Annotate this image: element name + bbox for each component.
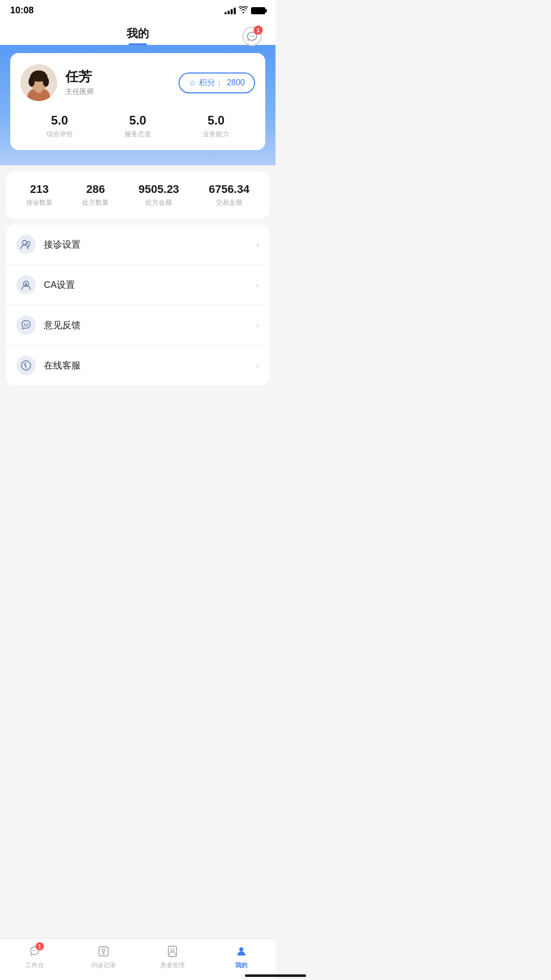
points-star-icon: ☆ (189, 78, 196, 88)
stat-consultations: 213 接诊数量 (26, 183, 53, 207)
stat-transaction-amount-label: 交易金额 (209, 198, 249, 207)
rating-skill-value: 5.0 (203, 113, 229, 128)
title-underline (129, 43, 147, 45)
stats-card: 213 接诊数量 286 处方数量 9505.23 处方金额 6756.34 交… (6, 172, 269, 218)
menu-item-customer-service[interactable]: 在线客服 › (6, 346, 269, 385)
svg-point-15 (24, 323, 26, 324)
svg-point-14 (25, 283, 27, 285)
rating-service: 5.0 服务态度 (124, 113, 151, 139)
rating-service-label: 服务态度 (124, 130, 151, 139)
feedback-icon (16, 315, 36, 335)
ca-settings-arrow: › (256, 280, 259, 290)
svg-point-8 (29, 77, 35, 87)
stat-consultations-label: 接诊数量 (26, 198, 53, 207)
menu-item-feedback[interactable]: 意见反馈 › (6, 305, 269, 346)
status-time: 10:08 (10, 5, 34, 16)
svg-point-9 (43, 77, 49, 87)
consultation-settings-icon (16, 235, 36, 254)
rating-overall-value: 5.0 (46, 113, 73, 128)
stat-prescriptions-value: 286 (82, 183, 109, 196)
feedback-label: 意见反馈 (44, 319, 256, 331)
status-bar: 10:08 (0, 0, 276, 19)
stat-consultations-value: 213 (26, 183, 53, 196)
user-role: 主任医师 (65, 87, 94, 96)
svg-point-10 (32, 70, 46, 79)
user-name: 任芳 (65, 69, 94, 85)
avatar (20, 64, 57, 101)
profile-info: 任芳 主任医师 (20, 64, 94, 101)
message-icon: 1 (242, 27, 262, 46)
svg-point-17 (21, 361, 31, 370)
stat-prescription-amount-label: 处方金额 (139, 198, 180, 207)
menu-item-ca-settings[interactable]: CA设置 › (6, 265, 269, 305)
rating-skill-label: 业务能力 (203, 130, 229, 139)
name-role-group: 任芳 主任医师 (65, 69, 94, 96)
points-button[interactable]: ☆ 积分： 2800 (179, 72, 255, 93)
status-icons (224, 6, 265, 15)
battery-icon (251, 7, 265, 14)
stat-prescription-amount-value: 9505.23 (139, 183, 180, 196)
svg-point-11 (22, 240, 27, 244)
message-button[interactable]: 1 (241, 25, 263, 47)
svg-point-0 (250, 36, 251, 37)
page-header: 我的 1 (0, 19, 276, 45)
stat-prescriptions-label: 处方数量 (82, 198, 109, 207)
svg-point-16 (27, 323, 28, 324)
blue-section: 任芳 主任医师 ☆ 积分： 2800 5.0 综合评价 5.0 (0, 45, 276, 165)
customer-service-icon (16, 356, 36, 375)
svg-point-1 (252, 36, 253, 37)
ratings-row: 5.0 综合评价 5.0 服务态度 5.0 业务能力 (20, 113, 255, 139)
svg-point-2 (254, 36, 255, 37)
feedback-arrow: › (256, 320, 259, 331)
menu-item-consultation-settings[interactable]: 接诊设置 › (6, 225, 269, 265)
rating-skill: 5.0 业务能力 (203, 113, 229, 139)
consultation-settings-arrow: › (256, 239, 259, 250)
rating-overall-label: 综合评价 (46, 130, 73, 139)
points-value: 2800 (227, 78, 245, 87)
rating-overall: 5.0 综合评价 (46, 113, 73, 139)
svg-point-12 (27, 241, 30, 244)
ca-settings-icon (16, 275, 36, 295)
profile-card: 任芳 主任医师 ☆ 积分： 2800 5.0 综合评价 5.0 (10, 53, 265, 150)
points-label: 积分： (199, 78, 223, 88)
ca-settings-label: CA设置 (44, 279, 256, 291)
customer-service-arrow: › (256, 360, 259, 371)
customer-service-label: 在线客服 (44, 359, 256, 372)
consultation-settings-label: 接诊设置 (44, 238, 256, 251)
stat-prescription-amount: 9505.23 处方金额 (139, 183, 180, 207)
page-title: 我的 (127, 26, 149, 41)
message-badge: 1 (254, 26, 263, 35)
stat-prescriptions: 286 处方数量 (82, 183, 109, 207)
wifi-icon (239, 6, 248, 15)
signal-icon (224, 7, 236, 14)
svg-point-18 (26, 368, 27, 369)
stat-transaction-amount-value: 6756.34 (209, 183, 249, 196)
menu-section: 接诊设置 › CA设置 › (6, 225, 269, 385)
stat-transaction-amount: 6756.34 交易金额 (209, 183, 249, 207)
rating-service-value: 5.0 (124, 113, 151, 128)
